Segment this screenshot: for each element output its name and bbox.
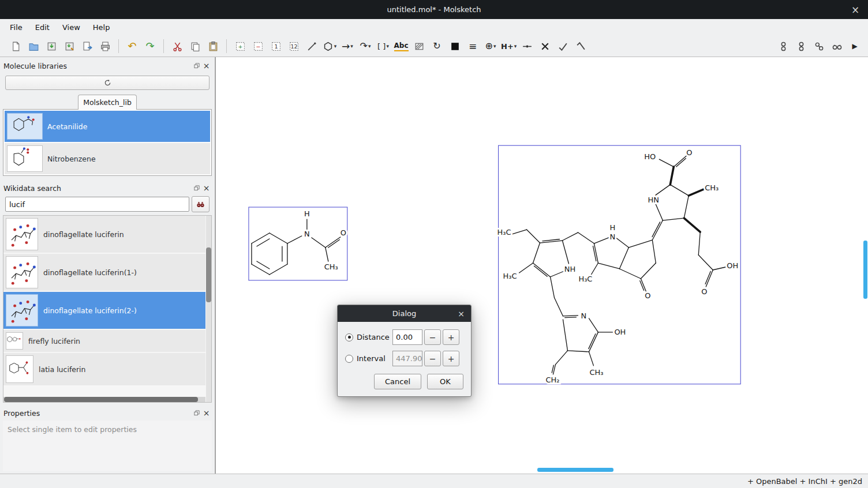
draw-tool-icon[interactable] xyxy=(304,38,319,54)
libraries-float-icon[interactable] xyxy=(192,61,201,71)
export-icon[interactable] xyxy=(80,38,95,54)
distance-field[interactable]: 0.00 xyxy=(392,329,422,345)
ring-tool-dropdown-icon[interactable]: ▾ xyxy=(334,43,337,49)
library-item[interactable]: Nitrobenzene xyxy=(5,143,210,174)
bracket-tool-icon[interactable]: [ ]▾ xyxy=(376,38,391,54)
paste-icon[interactable] xyxy=(205,38,220,54)
wikidata-horizontal-scrollbar[interactable] xyxy=(3,397,205,402)
reaction-arrow-tool-icon[interactable]: →▾ xyxy=(340,38,355,54)
insert-one-icon[interactable]: 1 xyxy=(268,38,283,54)
charge-tool-icon[interactable]: ⊕▾ xyxy=(483,38,498,54)
connect-tool-icon[interactable] xyxy=(519,38,534,54)
wikidata-result-item[interactable]: dinoflagellate luciferin(2-) xyxy=(3,292,205,329)
properties-close-icon[interactable]: × xyxy=(201,408,211,418)
mechanism-arrow-tool-icon[interactable]: ↷▾ xyxy=(358,38,373,54)
binoculars-icon xyxy=(196,200,205,209)
charge-tool-dropdown-icon[interactable]: ▾ xyxy=(493,43,496,49)
status-text: + OpenBabel + InChI + gen2d xyxy=(747,477,862,486)
libraries-panel-title: Molecule libraries xyxy=(3,62,192,70)
cut-icon[interactable] xyxy=(170,38,185,54)
status-bar: + OpenBabel + InChI + gen2d xyxy=(0,474,868,488)
insert-ratio-icon[interactable]: 12 xyxy=(286,38,301,54)
redo-icon[interactable]: ↷ xyxy=(143,38,158,54)
wikidata-result-item[interactable]: dinoflagellate luciferin(1-) xyxy=(3,254,205,291)
library-item-label: Nitrobenzene xyxy=(47,155,96,163)
wikidata-result-item[interactable]: dinoflagellate luciferin xyxy=(3,216,205,253)
bracket-tool-dropdown-icon[interactable]: ▾ xyxy=(386,43,389,49)
open-file-icon[interactable] xyxy=(26,38,41,54)
libraries-close-icon[interactable]: × xyxy=(201,61,211,71)
properties-float-icon[interactable] xyxy=(192,408,201,418)
view-tool-icon[interactable] xyxy=(829,38,844,54)
molecule-scene[interactable]: NHOCH₃HNHNNHNOHOCH₃OHOOH₃CH₃CH₃COHCH₃CH₂ xyxy=(216,57,868,474)
copy-icon[interactable] xyxy=(188,38,203,54)
toolbar-overflow-icon[interactable]: ▶ xyxy=(847,38,862,54)
library-item-label: Acetanilide xyxy=(47,122,87,131)
cancel-button[interactable]: Cancel xyxy=(374,374,421,389)
menu-bar: FileEditViewHelp xyxy=(0,19,868,36)
flip-vertical-icon[interactable] xyxy=(573,38,588,54)
library-tab-molsketch-lib[interactable]: Molsketch_lib xyxy=(78,95,137,110)
new-file-icon[interactable] xyxy=(8,38,23,54)
canvas-horizontal-scrollbar[interactable] xyxy=(537,468,613,472)
menu-view[interactable]: View xyxy=(56,21,87,34)
menu-help[interactable]: Help xyxy=(87,21,117,34)
wikidata-search-input[interactable] xyxy=(5,197,189,212)
hydrogen-tool-dropdown-icon[interactable]: ▾ xyxy=(514,43,517,49)
undo-icon[interactable]: ↶ xyxy=(125,38,140,54)
drawing-canvas[interactable]: NHOCH₃HNHNNHNOHOCH₃OHOOH₃CH₃CH₃COHCH₃CH₂… xyxy=(215,57,868,474)
insert-minus-icon[interactable]: − xyxy=(250,38,265,54)
wikidata-result-label: dinoflagellate luciferin(2-) xyxy=(43,306,137,315)
toolbar-separator xyxy=(226,39,227,53)
library-item[interactable]: Acetanilide xyxy=(5,111,210,142)
chain-tool-1-icon[interactable] xyxy=(776,38,791,54)
svg-text:N: N xyxy=(581,311,587,320)
dialog-titlebar[interactable]: Dialog × xyxy=(338,305,471,322)
mechanism-arrow-tool-dropdown-icon[interactable]: ▾ xyxy=(368,43,371,49)
properties-panel-title: Properties xyxy=(3,409,192,418)
ring-tool-icon[interactable]: ▾ xyxy=(322,38,337,54)
wikidata-search-panel: Wikidata search × dinoflagellate lucifer… xyxy=(0,182,215,403)
flip-horizontal-icon[interactable] xyxy=(555,38,570,54)
line-width-icon[interactable]: ≡ xyxy=(465,38,480,54)
ok-button[interactable]: OK xyxy=(427,374,463,389)
interval-decrement-button[interactable]: − xyxy=(424,351,441,366)
interval-increment-button[interactable]: + xyxy=(443,351,459,366)
rotate-tool-icon[interactable]: ↻ xyxy=(429,38,444,54)
hatch-tool-icon[interactable] xyxy=(411,38,426,54)
wikidata-float-icon[interactable] xyxy=(192,183,201,193)
titlebar[interactable]: untitled.mol* - Molsketch × xyxy=(0,0,868,19)
text-tool-icon[interactable]: Abc xyxy=(394,38,409,54)
menu-file[interactable]: File xyxy=(3,21,29,34)
hydrogen-tool-icon[interactable]: H+▾ xyxy=(501,38,517,54)
wikidata-search-button[interactable] xyxy=(192,196,209,212)
distance-decrement-button[interactable]: − xyxy=(424,329,441,345)
delete-tool-icon[interactable] xyxy=(537,38,552,54)
insert-plus-icon[interactable]: + xyxy=(233,38,248,54)
chain-tool-3-icon[interactable] xyxy=(811,38,826,54)
dialog-close-icon[interactable]: × xyxy=(455,305,467,322)
color-swatch-icon[interactable] xyxy=(447,38,462,54)
svg-text:OH: OH xyxy=(614,328,626,336)
canvas-vertical-scrollbar[interactable] xyxy=(863,241,867,299)
print-icon[interactable] xyxy=(98,38,113,54)
menu-edit[interactable]: Edit xyxy=(29,21,56,34)
wikidata-result-item[interactable]: latia luciferin xyxy=(3,353,205,385)
window-close-icon[interactable]: × xyxy=(847,0,863,19)
chain-tool-2-icon[interactable] xyxy=(794,38,809,54)
svg-text:CH₂: CH₂ xyxy=(545,376,559,384)
distance-radio[interactable] xyxy=(345,333,353,341)
interval-row: Interval 447.90 − + xyxy=(345,351,463,366)
save-icon[interactable] xyxy=(44,38,59,54)
save-as-icon[interactable] xyxy=(62,38,77,54)
distance-increment-button[interactable]: + xyxy=(443,329,459,345)
svg-text:O: O xyxy=(341,228,346,237)
svg-text:CH₃: CH₃ xyxy=(589,368,603,377)
library-refresh-button[interactable] xyxy=(5,76,209,90)
wikidata-close-icon[interactable]: × xyxy=(201,183,211,193)
reaction-arrow-tool-dropdown-icon[interactable]: ▾ xyxy=(350,43,353,49)
wikidata-result-item[interactable]: firefly luciferin xyxy=(3,330,205,352)
wikidata-vertical-scrollbar[interactable] xyxy=(206,216,211,402)
interval-radio[interactable] xyxy=(345,355,353,363)
interval-field[interactable]: 447.90 xyxy=(392,351,422,366)
